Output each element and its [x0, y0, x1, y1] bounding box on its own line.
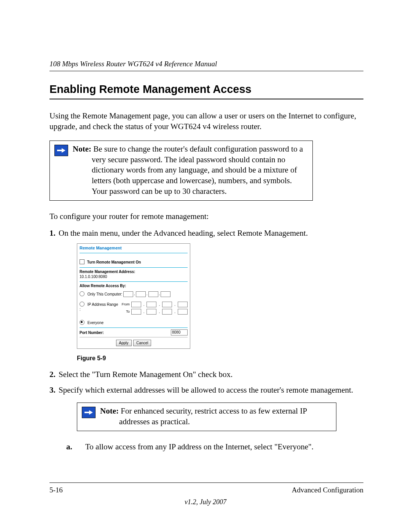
ip-octet-input[interactable]	[147, 302, 156, 307]
address-value: 10.1.0.100:8080	[77, 274, 190, 281]
panel-title: Remote Management	[77, 244, 190, 252]
ip-octet-input[interactable]	[123, 291, 133, 297]
page-footer: 5-16 Advanced Configuration	[49, 482, 363, 495]
intro-paragraph: Using the Remote Management page, you ca…	[49, 111, 363, 132]
version-line: v1.2, July 2007	[0, 498, 411, 507]
from-label: From	[118, 302, 130, 307]
step-1: 1.On the main menu, under the Advanced h…	[49, 228, 363, 362]
ip-octet-input[interactable]	[148, 291, 158, 297]
step-number: 3.	[49, 385, 59, 396]
note-box: Note: Be sure to change the router's def…	[49, 141, 313, 201]
arrow-right-icon	[82, 407, 96, 418]
note-text: Note: Be sure to change the router's def…	[73, 144, 309, 197]
lead-in: To configure your router for remote mana…	[49, 211, 363, 222]
button-row: Apply Cancel	[77, 340, 190, 346]
everyone-label: Everyone	[88, 321, 104, 325]
turn-on-label: Turn Remote Management On	[87, 260, 141, 264]
ip-range-label: IP Address Range :	[80, 302, 118, 312]
note-box: Note: For enhanced security, restrict ac…	[77, 403, 336, 431]
ip-octet-input[interactable]	[147, 309, 156, 315]
note-text: Note: For enhanced security, restrict ac…	[100, 406, 332, 427]
substep-letter: a.	[77, 442, 85, 452]
turn-on-checkbox[interactable]	[80, 259, 84, 264]
ip-range-row: IP Address Range : From ... To ...	[77, 297, 190, 315]
substep-text: To allow access from any IP address on t…	[85, 442, 314, 451]
step-number: 2.	[49, 369, 59, 380]
note-body: For enhanced security, restrict access t…	[119, 406, 307, 426]
title-rule	[49, 99, 363, 99]
divider	[80, 337, 188, 337]
step-2: 2.Select the "Turn Remote Management On"…	[49, 369, 363, 380]
arrow-right-icon	[54, 145, 68, 156]
ip-octet-input[interactable]	[162, 302, 172, 307]
chapter-name: Advanced Configuration	[292, 485, 363, 495]
ip-input-group: ...	[123, 291, 170, 297]
remote-management-panel: Remote Management Turn Remote Management…	[77, 243, 190, 349]
step-text: Specify which external addresses will be…	[59, 385, 353, 395]
apply-button[interactable]: Apply	[116, 340, 132, 346]
turn-on-row: Turn Remote Management On	[77, 253, 190, 266]
substep-a: a.To allow access from any IP address on…	[77, 442, 363, 452]
address-label: Remote Management Address:	[77, 268, 190, 274]
allow-label: Allow Remote Access By:	[77, 282, 190, 290]
from-row: From ...	[118, 302, 188, 307]
port-row: Port Number: 8080	[77, 328, 190, 336]
figure: Remote Management Turn Remote Management…	[77, 243, 363, 349]
step-text: On the main menu, under the Advanced hea…	[59, 228, 308, 238]
running-header: 108 Mbps Wireless Router WGT624 v4 Refer…	[49, 59, 363, 71]
to-row: To ...	[118, 309, 188, 315]
ip-octet-input[interactable]	[136, 291, 146, 297]
note-body: Be sure to change the router's default c…	[91, 144, 303, 196]
only-this-computer-radio[interactable]	[80, 291, 84, 296]
ip-octet-input[interactable]	[178, 302, 188, 307]
ip-octet-input[interactable]	[161, 291, 170, 297]
only-this-computer-label: Only This Computer:	[88, 292, 123, 296]
ip-range-radio[interactable]	[80, 302, 84, 307]
step-number: 1.	[49, 228, 59, 239]
ip-octet-input[interactable]	[178, 309, 188, 315]
section-title: Enabling Remote Management Access	[49, 82, 363, 96]
step-text: Select the "Turn Remote Management On" c…	[59, 370, 233, 379]
note-label: Note:	[100, 406, 119, 415]
page-number: 5-16	[49, 485, 63, 495]
note-label: Note:	[73, 144, 91, 153]
cancel-button[interactable]: Cancel	[133, 340, 151, 346]
port-input[interactable]: 8080	[171, 329, 188, 335]
steps-list: 1.On the main menu, under the Advanced h…	[49, 228, 363, 431]
only-this-computer-row: Only This Computer: ...	[77, 290, 190, 297]
ip-octet-input[interactable]	[131, 302, 141, 307]
step-3: 3.Specify which external addresses will …	[49, 385, 363, 431]
everyone-radio[interactable]	[80, 320, 84, 325]
ip-octet-input[interactable]	[131, 309, 141, 315]
manual-page: 108 Mbps Wireless Router WGT624 v4 Refer…	[0, 0, 411, 532]
everyone-row: Everyone	[77, 315, 190, 327]
ip-octet-input[interactable]	[162, 309, 172, 315]
header-rule	[49, 71, 363, 71]
figure-caption: Figure 5-9	[77, 354, 363, 362]
port-label: Port Number:	[80, 330, 104, 335]
to-label: To	[118, 310, 130, 314]
